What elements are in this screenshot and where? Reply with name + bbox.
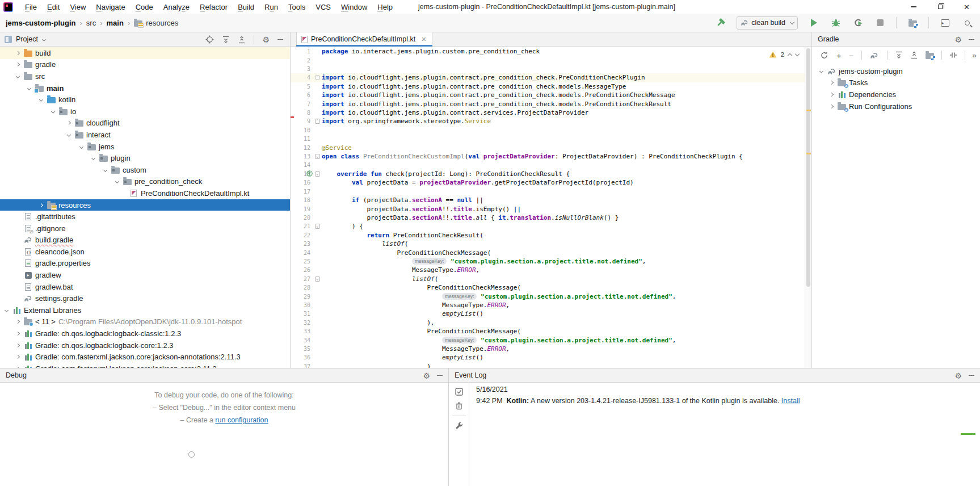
collapse-all-icon[interactable]	[238, 36, 246, 44]
menu-window[interactable]: Window	[336, 1, 372, 13]
code-line-32[interactable]: 32 ),	[291, 319, 805, 327]
close-button[interactable]: ✕	[953, 0, 980, 14]
project-item-io[interactable]: io	[0, 106, 290, 118]
chevron-expanded-icon[interactable]	[89, 154, 98, 163]
hide-panel-icon[interactable]	[277, 39, 283, 40]
menu-file[interactable]: File	[20, 1, 42, 13]
code-line-2[interactable]: 2	[291, 56, 805, 64]
code-line-27[interactable]: 27⌄ listOf(	[291, 275, 805, 283]
warning-stripe-mark[interactable]	[806, 153, 811, 154]
chevron-collapsed-icon[interactable]	[13, 364, 22, 368]
project-item-interact[interactable]: interact	[0, 129, 290, 141]
code-line-4[interactable]: 4−import io.cloudflight.jems.plugin.cont…	[291, 73, 805, 82]
project-item-build[interactable]: build	[0, 47, 290, 59]
run-with-coverage-button[interactable]	[852, 16, 864, 29]
fold-marker-icon[interactable]: ⌄	[313, 154, 321, 159]
run-configuration-link[interactable]: run configuration	[215, 416, 268, 424]
stop-button[interactable]	[874, 16, 886, 29]
code-line-19[interactable]: 19 projectData.sectionA!!.title.isEmpty(…	[291, 204, 805, 213]
project-item-gitattributes[interactable]: .gitattributes	[0, 211, 290, 223]
chevron-expanded-icon[interactable]	[2, 305, 11, 315]
code-line-3[interactable]: 3	[291, 65, 805, 73]
hide-panel-icon[interactable]	[969, 375, 974, 376]
editor-scrollbar[interactable]	[805, 47, 811, 368]
tab-close-icon[interactable]: ✕	[421, 36, 426, 43]
chevron-collapsed-icon[interactable]	[13, 60, 22, 69]
debug-button[interactable]	[830, 16, 842, 29]
code-line-20[interactable]: 20 projectData.sectionA!!.title.all { it…	[291, 213, 805, 222]
project-item-cleancode-json[interactable]: cleancode.json	[0, 246, 290, 258]
code-line-31[interactable]: 31 emptyList()	[291, 309, 805, 318]
project-item-jems[interactable]: jems	[0, 141, 290, 153]
code-line-37[interactable]: 37 )	[291, 362, 805, 368]
code-line-16[interactable]: 16 val projectData = projectDataProvider…	[291, 178, 805, 187]
chevron-collapsed-icon[interactable]	[13, 317, 22, 326]
project-item-plugin[interactable]: plugin	[0, 152, 290, 164]
code-line-25[interactable]: 25 messageKey: "custom.plugin.section.a.…	[291, 257, 805, 266]
collapse-all-icon[interactable]	[910, 51, 918, 59]
expand-all-icon[interactable]	[222, 36, 230, 44]
fold-marker-icon[interactable]: ⌄	[313, 276, 321, 282]
code-line-34[interactable]: 34 messageKey: "custom.plugin.section.a.…	[291, 336, 805, 344]
chevron-expanded-icon[interactable]	[24, 83, 33, 93]
warning-stripe-mark[interactable]	[806, 110, 811, 111]
gradle-item-dependencies[interactable]: Dependencies	[812, 89, 980, 100]
mark-all-read-icon[interactable]	[455, 388, 463, 396]
project-item-external-libraries[interactable]: External Libraries	[0, 304, 290, 316]
chevron-collapsed-icon[interactable]	[13, 329, 22, 338]
code-line-33[interactable]: 33 PreConditionCheckMessage(	[291, 327, 805, 336]
menu-refactor[interactable]: Refactor	[195, 1, 233, 13]
fold-marker-icon[interactable]: ⌄	[313, 171, 321, 177]
fold-marker-icon[interactable]: −	[313, 75, 321, 80]
code-line-24[interactable]: 24 PreConditionCheckMessage(	[291, 248, 805, 257]
code-line-7[interactable]: 7import io.cloudflight.jems.plugin.contr…	[291, 99, 805, 108]
breadcrumb-main[interactable]: main	[107, 19, 124, 27]
code-line-29[interactable]: 29 messageKey: "custom.plugin.section.a.…	[291, 292, 805, 300]
event-log-title[interactable]: Event Log	[455, 371, 486, 379]
code-line-14[interactable]: 14	[291, 161, 805, 169]
run-button[interactable]	[807, 16, 820, 29]
code-line-18[interactable]: 18 if (projectData.sectionA == null ||	[291, 196, 805, 204]
gradle-item-tasks[interactable]: Tasks	[812, 77, 980, 89]
chevron-expanded-icon[interactable]	[817, 66, 826, 76]
project-item-gitignore[interactable]: .gitignore	[0, 223, 290, 234]
project-item-kotlin[interactable]: kotlin	[0, 94, 290, 106]
project-item-11[interactable]: < 11 >C:\Program Files\AdoptOpenJDK\jdk-…	[0, 316, 290, 328]
project-item-resources[interactable]: resources	[0, 199, 290, 211]
code-line-30[interactable]: 30 MessageType.ERROR,	[291, 301, 805, 309]
code-line-5[interactable]: 5import io.cloudflight.jems.plugin.contr…	[291, 82, 805, 91]
code-line-1[interactable]: 1package io.interact.jems.plugin.custom.…	[291, 47, 805, 56]
editor-tab[interactable]: PreConditionCheckDefaultImpl.kt ✕	[296, 32, 432, 47]
minimize-button[interactable]	[900, 0, 927, 14]
locate-icon[interactable]	[205, 35, 214, 44]
install-link[interactable]: Install	[781, 397, 800, 405]
project-item-gradle-ch-qos-logback-logback-classic-1-2-3[interactable]: Gradle: ch.qos.logback:logback-classic:1…	[0, 328, 290, 340]
project-item-src[interactable]: src	[0, 70, 290, 82]
project-item-gradle[interactable]: gradle	[0, 59, 290, 71]
project-item-cloudflight[interactable]: cloudflight	[0, 118, 290, 129]
refresh-icon[interactable]	[819, 50, 829, 60]
chevron-collapsed-icon[interactable]	[13, 48, 22, 57]
code-line-23[interactable]: 23 listOf(	[291, 240, 805, 248]
chevron-expanded-icon[interactable]	[100, 165, 110, 174]
gradle-elephant-icon[interactable]	[869, 50, 880, 60]
gear-icon[interactable]: ⚙	[262, 36, 270, 44]
project-structure-icon[interactable]	[926, 53, 934, 59]
expand-all-icon[interactable]	[895, 51, 903, 59]
terminal-button[interactable]: ▸	[939, 16, 951, 29]
code-line-28[interactable]: 28 PreConditionCheckMessage(	[291, 283, 805, 292]
chevron-collapsed-icon[interactable]	[13, 353, 22, 362]
code-line-26[interactable]: 26 MessageType.ERROR,	[291, 266, 805, 274]
menu-run[interactable]: Run	[259, 1, 283, 13]
add-icon[interactable]: +	[836, 51, 842, 60]
wrench-icon[interactable]	[455, 422, 463, 430]
menu-vcs[interactable]: VCS	[310, 1, 336, 13]
gradle-item-run-configurations[interactable]: Run Configurations	[812, 100, 980, 112]
menu-navigate[interactable]: Navigate	[91, 1, 130, 13]
more-icon[interactable]: »	[973, 52, 975, 59]
breadcrumb-src[interactable]: src	[86, 19, 96, 27]
project-item-settings-gradle[interactable]: settings.gradle	[0, 292, 290, 304]
project-item-pre-condition-check[interactable]: pre_condition_check	[0, 176, 290, 188]
chevron-expanded-icon[interactable]	[48, 107, 57, 116]
trash-icon[interactable]	[455, 401, 463, 410]
